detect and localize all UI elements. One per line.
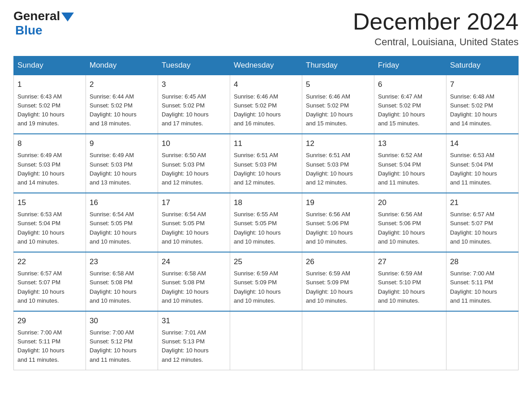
calendar-day-cell: 16Sunrise: 6:54 AMSunset: 5:05 PMDayligh… — [86, 193, 158, 252]
calendar-day-cell — [230, 311, 302, 370]
calendar-day-cell: 31Sunrise: 7:01 AMSunset: 5:13 PMDayligh… — [158, 311, 230, 370]
day-info: Sunrise: 6:59 AMSunset: 5:09 PMDaylight:… — [306, 269, 370, 305]
calendar-day-cell: 27Sunrise: 6:59 AMSunset: 5:10 PMDayligh… — [374, 252, 446, 311]
day-info: Sunrise: 6:53 AMSunset: 5:04 PMDaylight:… — [450, 151, 515, 187]
day-info: Sunrise: 6:59 AMSunset: 5:10 PMDaylight:… — [378, 269, 442, 305]
day-number: 15 — [17, 197, 82, 209]
day-number: 19 — [306, 197, 370, 209]
logo: General Blue — [13, 9, 74, 38]
day-number: 8 — [17, 138, 82, 150]
day-info: Sunrise: 6:57 AMSunset: 5:07 PMDaylight:… — [450, 210, 515, 246]
day-info: Sunrise: 6:48 AMSunset: 5:02 PMDaylight:… — [450, 92, 515, 128]
day-info: Sunrise: 6:56 AMSunset: 5:06 PMDaylight:… — [378, 210, 442, 246]
day-number: 26 — [306, 256, 370, 268]
calendar-day-cell: 30Sunrise: 7:00 AMSunset: 5:12 PMDayligh… — [86, 311, 158, 370]
day-number: 6 — [378, 79, 442, 90]
day-number: 20 — [378, 197, 442, 209]
day-info: Sunrise: 7:00 AMSunset: 5:11 PMDaylight:… — [450, 269, 515, 305]
day-info: Sunrise: 6:59 AMSunset: 5:09 PMDaylight:… — [234, 269, 298, 305]
day-number: 23 — [90, 256, 154, 268]
calendar-day-cell: 11Sunrise: 6:51 AMSunset: 5:03 PMDayligh… — [230, 134, 302, 193]
day-number: 27 — [378, 256, 442, 268]
calendar-day-cell: 19Sunrise: 6:56 AMSunset: 5:06 PMDayligh… — [302, 193, 374, 252]
calendar-day-cell: 3Sunrise: 6:45 AMSunset: 5:02 PMDaylight… — [158, 75, 230, 134]
calendar-day-cell: 7Sunrise: 6:48 AMSunset: 5:02 PMDaylight… — [446, 75, 519, 134]
day-number: 21 — [450, 197, 515, 209]
calendar-week-row: 22Sunrise: 6:57 AMSunset: 5:07 PMDayligh… — [14, 252, 519, 311]
day-number: 7 — [450, 79, 515, 90]
calendar-day-cell: 13Sunrise: 6:52 AMSunset: 5:04 PMDayligh… — [374, 134, 446, 193]
calendar-week-row: 8Sunrise: 6:49 AMSunset: 5:03 PMDaylight… — [14, 134, 519, 193]
day-number: 30 — [90, 315, 154, 327]
calendar-day-cell: 23Sunrise: 6:58 AMSunset: 5:08 PMDayligh… — [86, 252, 158, 311]
calendar-day-cell: 21Sunrise: 6:57 AMSunset: 5:07 PMDayligh… — [446, 193, 519, 252]
day-info: Sunrise: 7:00 AMSunset: 5:11 PMDaylight:… — [17, 328, 82, 364]
day-info: Sunrise: 6:57 AMSunset: 5:07 PMDaylight:… — [17, 269, 82, 305]
day-number: 29 — [17, 315, 82, 327]
calendar-day-cell: 4Sunrise: 6:46 AMSunset: 5:02 PMDaylight… — [230, 75, 302, 134]
month-title: December 2024 — [353, 9, 519, 34]
calendar-day-cell: 9Sunrise: 6:49 AMSunset: 5:03 PMDaylight… — [86, 134, 158, 193]
calendar-day-cell: 10Sunrise: 6:50 AMSunset: 5:03 PMDayligh… — [158, 134, 230, 193]
day-info: Sunrise: 6:50 AMSunset: 5:03 PMDaylight:… — [162, 151, 226, 187]
calendar-day-cell — [446, 311, 519, 370]
logo-triangle-icon — [61, 13, 74, 21]
day-info: Sunrise: 6:51 AMSunset: 5:03 PMDaylight:… — [306, 151, 370, 187]
calendar-week-row: 1Sunrise: 6:43 AMSunset: 5:02 PMDaylight… — [14, 75, 519, 134]
day-info: Sunrise: 6:49 AMSunset: 5:03 PMDaylight:… — [90, 151, 154, 187]
calendar-day-header: Sunday — [14, 56, 86, 75]
calendar-day-cell: 1Sunrise: 6:43 AMSunset: 5:02 PMDaylight… — [14, 75, 86, 134]
day-info: Sunrise: 6:46 AMSunset: 5:02 PMDaylight:… — [306, 92, 370, 128]
day-info: Sunrise: 6:45 AMSunset: 5:02 PMDaylight:… — [162, 92, 226, 128]
day-info: Sunrise: 6:54 AMSunset: 5:05 PMDaylight:… — [90, 210, 154, 246]
calendar-header-row: SundayMondayTuesdayWednesdayThursdayFrid… — [14, 56, 519, 75]
day-number: 5 — [306, 79, 370, 90]
day-info: Sunrise: 7:00 AMSunset: 5:12 PMDaylight:… — [90, 328, 154, 364]
day-number: 28 — [450, 256, 515, 268]
day-info: Sunrise: 7:01 AMSunset: 5:13 PMDaylight:… — [162, 328, 226, 364]
calendar-day-header: Monday — [86, 56, 158, 75]
calendar-day-cell: 22Sunrise: 6:57 AMSunset: 5:07 PMDayligh… — [14, 252, 86, 311]
day-number: 31 — [162, 315, 226, 327]
day-info: Sunrise: 6:44 AMSunset: 5:02 PMDaylight:… — [90, 92, 154, 128]
page-header: General Blue December 2024 Central, Loui… — [13, 9, 519, 48]
day-info: Sunrise: 6:51 AMSunset: 5:03 PMDaylight:… — [234, 151, 298, 187]
calendar-day-cell: 17Sunrise: 6:54 AMSunset: 5:05 PMDayligh… — [158, 193, 230, 252]
calendar-day-cell: 12Sunrise: 6:51 AMSunset: 5:03 PMDayligh… — [302, 134, 374, 193]
day-number: 10 — [162, 138, 226, 150]
day-number: 13 — [378, 138, 442, 150]
day-number: 3 — [162, 79, 226, 90]
calendar-day-cell — [302, 311, 374, 370]
logo-general-text: General — [13, 9, 60, 23]
calendar-day-cell: 29Sunrise: 7:00 AMSunset: 5:11 PMDayligh… — [14, 311, 86, 370]
day-number: 14 — [450, 138, 515, 150]
day-info: Sunrise: 6:58 AMSunset: 5:08 PMDaylight:… — [90, 269, 154, 305]
calendar-day-header: Saturday — [446, 56, 519, 75]
calendar-day-cell: 5Sunrise: 6:46 AMSunset: 5:02 PMDaylight… — [302, 75, 374, 134]
calendar-day-cell: 18Sunrise: 6:55 AMSunset: 5:05 PMDayligh… — [230, 193, 302, 252]
calendar-week-row: 15Sunrise: 6:53 AMSunset: 5:04 PMDayligh… — [14, 193, 519, 252]
day-info: Sunrise: 6:55 AMSunset: 5:05 PMDaylight:… — [234, 210, 298, 246]
calendar-day-cell: 24Sunrise: 6:58 AMSunset: 5:08 PMDayligh… — [158, 252, 230, 311]
day-number: 9 — [90, 138, 154, 150]
day-number: 11 — [234, 138, 298, 150]
day-number: 16 — [90, 197, 154, 209]
location-title: Central, Louisiana, United States — [353, 36, 519, 48]
day-number: 4 — [234, 79, 298, 90]
calendar-day-cell: 26Sunrise: 6:59 AMSunset: 5:09 PMDayligh… — [302, 252, 374, 311]
calendar-week-row: 29Sunrise: 7:00 AMSunset: 5:11 PMDayligh… — [14, 311, 519, 370]
day-number: 18 — [234, 197, 298, 209]
calendar-day-cell: 14Sunrise: 6:53 AMSunset: 5:04 PMDayligh… — [446, 134, 519, 193]
day-number: 12 — [306, 138, 370, 150]
calendar-day-cell: 8Sunrise: 6:49 AMSunset: 5:03 PMDaylight… — [14, 134, 86, 193]
day-info: Sunrise: 6:46 AMSunset: 5:02 PMDaylight:… — [234, 92, 298, 128]
day-info: Sunrise: 6:52 AMSunset: 5:04 PMDaylight:… — [378, 151, 442, 187]
day-info: Sunrise: 6:53 AMSunset: 5:04 PMDaylight:… — [17, 210, 82, 246]
calendar-day-cell: 6Sunrise: 6:47 AMSunset: 5:02 PMDaylight… — [374, 75, 446, 134]
day-number: 2 — [90, 79, 154, 90]
logo-blue-text: Blue — [15, 23, 74, 38]
calendar-day-cell: 28Sunrise: 7:00 AMSunset: 5:11 PMDayligh… — [446, 252, 519, 311]
calendar-day-header: Friday — [374, 56, 446, 75]
calendar-day-cell: 20Sunrise: 6:56 AMSunset: 5:06 PMDayligh… — [374, 193, 446, 252]
day-info: Sunrise: 6:49 AMSunset: 5:03 PMDaylight:… — [17, 151, 82, 187]
